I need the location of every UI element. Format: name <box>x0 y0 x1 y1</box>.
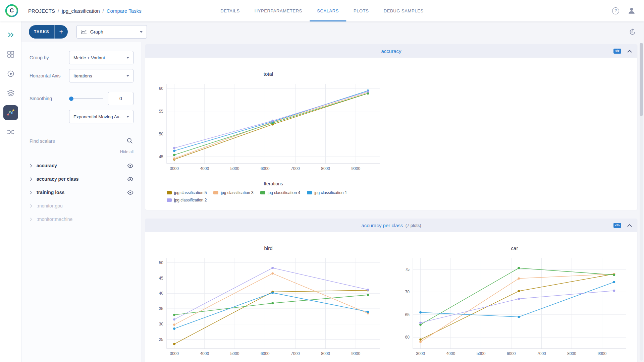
chevron-right-icon[interactable] <box>30 218 34 221</box>
svg-text:4000: 4000 <box>200 166 209 171</box>
sidebar-item-monitor-gpu[interactable]: :monitor:gpu <box>30 199 133 213</box>
hide-all-button[interactable]: Hide all <box>30 149 133 154</box>
legend-item-jpg-classification-3[interactable]: jpg classification 3 <box>213 190 253 195</box>
breadcrumb-item-projects[interactable]: PROJECTS <box>28 8 55 14</box>
legend-label: jpg classification 4 <box>268 190 300 195</box>
section-title[interactable]: accuracy per class <box>361 223 403 228</box>
svg-text:70: 70 <box>405 290 410 294</box>
add-task-button[interactable]: + <box>54 25 68 39</box>
clearml-logo[interactable]: C <box>5 4 19 18</box>
slider-track <box>69 98 103 99</box>
embed-code-icon[interactable]: </> <box>613 223 621 228</box>
svg-text:75: 75 <box>405 267 410 272</box>
smoothing-label: Smoothing <box>30 96 69 101</box>
view-type-value: Graph <box>90 29 103 35</box>
auto-refresh-toggle[interactable] <box>629 28 636 36</box>
chevron-right-icon[interactable] <box>30 191 34 194</box>
tab-details[interactable]: DETAILS <box>213 0 247 21</box>
shuffle-icon <box>7 129 14 135</box>
chart-plot-area[interactable]: 3000400050006000700080009000253035404550 <box>145 253 391 362</box>
help-icon[interactable]: ? <box>612 7 619 14</box>
chart-plot-area[interactable]: 300040005000600070008000900060657075 <box>391 253 638 362</box>
smoothing-slider[interactable] <box>69 96 103 101</box>
smoothing-type-select[interactable]: Exponential Moving Av... <box>69 110 133 123</box>
tab-hyperparameters[interactable]: HYPERPARAMETERS <box>247 0 310 21</box>
legend-item-jpg-classification-4[interactable]: jpg classification 4 <box>260 190 300 195</box>
breadcrumb-item-compare-tasks[interactable]: Compare Tasks <box>107 8 142 14</box>
horizontal-axis-label: Horizontal Axis <box>30 73 69 78</box>
breadcrumb: PROJECTS/jpg_classification/Compare Task… <box>28 8 142 14</box>
line-chart-icon <box>81 29 87 34</box>
search-icon[interactable] <box>127 138 133 144</box>
smoothing-type-value: Exponential Moving Av... <box>73 114 123 119</box>
horizontal-axis-select[interactable]: Iterations <box>69 69 133 82</box>
smoothing-type-row: Exponential Moving Av... <box>30 110 133 123</box>
double-chevron-icon <box>7 32 14 38</box>
slider-knob[interactable] <box>69 97 73 101</box>
legend-swatch <box>213 191 218 194</box>
rail-item-dashboard[interactable] <box>3 47 18 62</box>
svg-text:7000: 7000 <box>291 166 300 171</box>
chevron-right-icon[interactable] <box>30 177 34 181</box>
legend-item-jpg-classification-5[interactable]: jpg classification 5 <box>167 190 207 195</box>
scalars-settings-panel: Group by Metric + Variant Horizontal Axi… <box>21 42 142 362</box>
view-type-select[interactable]: Graph <box>76 25 147 39</box>
chevron-down-icon <box>126 75 129 77</box>
svg-text:60: 60 <box>159 86 164 91</box>
tab-plots[interactable]: PLOTS <box>346 0 376 21</box>
sidebar-item-accuracy-per-class[interactable]: accuracy per class <box>30 172 133 186</box>
legend-item-jpg-classification-1[interactable]: jpg classification 1 <box>307 190 347 195</box>
rail-item-workers[interactable] <box>3 66 18 81</box>
section-accuracy: accuracy</>total300040005000600070008000… <box>145 44 637 210</box>
rail-item-getting-started[interactable] <box>3 27 18 42</box>
svg-text:45: 45 <box>159 155 164 159</box>
svg-text:7000: 7000 <box>537 351 546 356</box>
layers-icon <box>7 90 14 97</box>
svg-text:4000: 4000 <box>200 351 209 356</box>
embed-code-icon[interactable]: </> <box>613 49 621 54</box>
collapse-chevron-icon[interactable] <box>627 224 632 227</box>
sidebar-item-accuracy[interactable]: accuracy <box>30 159 133 172</box>
sidebar-item-training-loss[interactable]: training loss <box>30 186 133 199</box>
chevron-right-icon[interactable] <box>30 204 34 208</box>
chart-plot-area[interactable]: 300040005000600070008000900045505560 <box>145 78 391 180</box>
chart-title: total <box>145 71 391 78</box>
tasks-button[interactable]: TASKS <box>29 25 54 39</box>
chevron-right-icon[interactable] <box>30 164 34 168</box>
vertical-scrollbar[interactable] <box>640 43 643 361</box>
scrollbar-thumb[interactable] <box>640 43 643 116</box>
eye-icon[interactable] <box>127 190 133 195</box>
collapse-chevron-icon[interactable] <box>627 50 632 53</box>
chart-car: car300040005000600070008000900060657075I… <box>391 232 638 362</box>
legend-item-jpg-classification-2[interactable]: jpg classification 2 <box>167 198 207 202</box>
search-input[interactable] <box>30 136 133 146</box>
section-title[interactable]: accuracy <box>381 48 401 54</box>
eye-icon[interactable] <box>127 164 133 168</box>
topbar-actions: ? <box>612 6 636 15</box>
breadcrumb-item-jpg-classification[interactable]: jpg_classification <box>62 8 100 14</box>
smoothing-value-input[interactable] <box>108 92 133 105</box>
eye-icon[interactable] <box>127 177 133 181</box>
tab-debug-samples[interactable]: DEBUG SAMPLES <box>376 0 431 21</box>
app-rail <box>0 21 21 362</box>
rail-item-experiments-active[interactable] <box>3 105 18 120</box>
sidebar-item-monitor-machine[interactable]: :monitor:machine <box>30 213 133 226</box>
rail-item-pipelines[interactable] <box>3 125 18 139</box>
worker-circle-icon <box>7 70 14 77</box>
chevron-down-icon <box>126 116 129 118</box>
svg-text:5000: 5000 <box>230 351 239 356</box>
section-actions: </> <box>613 223 632 228</box>
chart-total: total30004000500060007000800090004550556… <box>145 58 391 208</box>
rail-item-datasets[interactable] <box>3 86 18 101</box>
user-avatar[interactable] <box>627 6 636 15</box>
scalar-item-label: :monitor:machine <box>37 217 72 222</box>
legend-label: jpg classification 2 <box>174 198 207 202</box>
section-body: bird300040005000600070008000900025303540… <box>145 232 637 362</box>
scalar-search-row <box>30 136 133 146</box>
svg-text:3000: 3000 <box>170 166 179 171</box>
compare-toolbar: TASKS + Graph <box>21 21 644 42</box>
scalar-list: accuracyaccuracy per classtraining loss:… <box>30 159 133 226</box>
group-by-select[interactable]: Metric + Variant <box>69 51 133 64</box>
svg-text:3000: 3000 <box>416 351 425 356</box>
tab-scalars[interactable]: SCALARS <box>310 0 346 21</box>
